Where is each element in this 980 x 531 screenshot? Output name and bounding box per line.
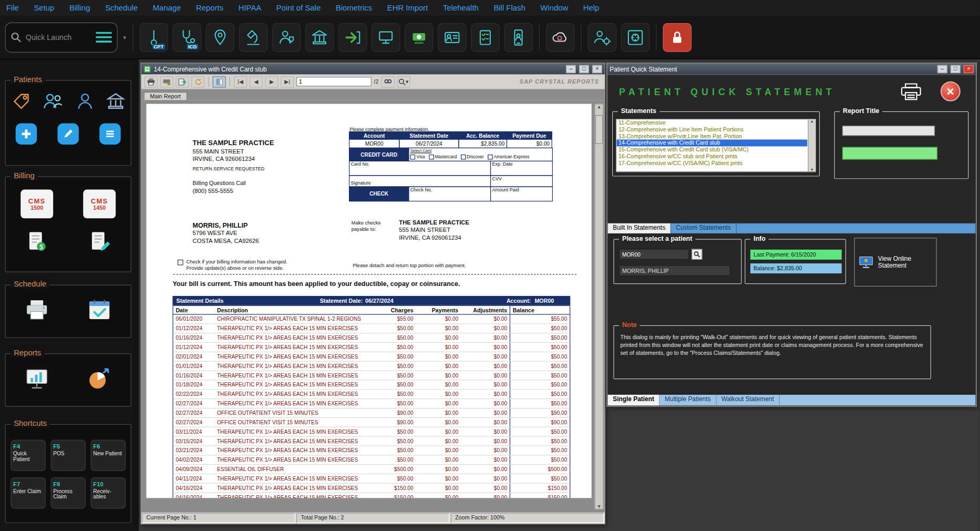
last-page-button[interactable]: ▶| [281, 76, 294, 87]
report-title-highlight-field[interactable] [842, 147, 937, 160]
next-page-button[interactable]: ▶ [265, 76, 278, 87]
statement-list-item[interactable]: 12-Comprehensive with Line Item Patient … [616, 126, 807, 133]
menu-item[interactable]: Biometrics [336, 4, 372, 13]
bank-button[interactable] [305, 23, 334, 52]
monitor-button[interactable] [371, 23, 400, 52]
pqs-titlebar[interactable]: Patient Quick Statement – □ × [607, 63, 976, 74]
price-tag-icon[interactable] [11, 91, 32, 112]
close-button[interactable]: × [964, 65, 974, 73]
statement-list-item[interactable]: 15-Comprehensive with Credit Card stub (… [616, 147, 807, 154]
view-online-statement-button[interactable]: View Online Statement [854, 238, 937, 287]
patients-icon[interactable] [41, 91, 65, 112]
cpt-codes-button[interactable]: CPT [139, 23, 168, 52]
shortcut-button[interactable]: F4 Quick Patient [11, 440, 46, 472]
minimize-button[interactable]: – [566, 65, 576, 73]
shortcut-button[interactable]: F5 POS [50, 440, 86, 472]
menu-item[interactable]: Billing [69, 4, 90, 13]
vertical-scrollbar[interactable]: ▲▼ [595, 104, 604, 509]
statement-list-item[interactable]: 11-Comprehensive [616, 119, 807, 126]
location-button[interactable] [205, 23, 234, 52]
quick-launch-box[interactable] [5, 22, 118, 52]
export-report-button[interactable] [176, 76, 189, 87]
chevron-down-icon[interactable]: ▾ [123, 34, 126, 40]
statement-source-tab[interactable]: Custom Statements [671, 223, 737, 233]
hamburger-menu-icon[interactable] [96, 30, 112, 45]
quick-launch-input[interactable] [26, 33, 92, 42]
id-card-button[interactable] [437, 23, 466, 52]
edit-patient-button[interactable] [57, 123, 78, 144]
menu-item[interactable]: Schedule [105, 4, 138, 13]
report-title-input[interactable] [842, 126, 935, 136]
shortcut-button[interactable]: F7 Enter Claim [11, 477, 46, 509]
cms-claim-button[interactable]: CMS 1450 [83, 190, 116, 219]
icd-codes-button[interactable]: ICD [172, 23, 201, 52]
menu-item[interactable]: Help [583, 4, 600, 13]
statement-mode-tab[interactable]: Walkout Statement [716, 395, 779, 405]
group-tree-toggle-button[interactable] [213, 76, 226, 87]
menu-item[interactable]: Manage [153, 4, 181, 13]
patient-code-input[interactable] [619, 249, 689, 260]
statement-list-item[interactable]: 14-Comprehensive with Credit Card stub [616, 140, 807, 147]
menu-item[interactable]: Reports [196, 4, 223, 13]
menu-item[interactable]: Telehealth [443, 4, 479, 13]
close-button[interactable]: × [592, 65, 602, 73]
maximize-button[interactable]: □ [579, 65, 589, 73]
patient-security-button[interactable] [272, 23, 301, 52]
statement-row: 03/15/2024 THERAPEUTIC PX 1/> AREAS EACH… [173, 437, 570, 446]
menu-item[interactable]: EHR Import [387, 4, 428, 13]
mobile-patient-button[interactable] [504, 23, 533, 52]
menu-item[interactable]: Window [540, 4, 568, 13]
statement-edit-icon[interactable] [87, 230, 112, 255]
statement-list-item[interactable]: 17-Comprehensive w/CC (VISA/MC) Patient … [616, 160, 807, 167]
first-page-button[interactable]: |◀ [234, 76, 247, 87]
calendar-check-icon[interactable] [86, 298, 113, 323]
menu-item[interactable]: File [6, 4, 19, 13]
report-monitor-icon[interactable] [23, 366, 50, 392]
lab-button[interactable] [239, 23, 267, 52]
practice-bank-icon[interactable] [105, 91, 126, 112]
statements-list[interactable]: 11-Comprehensive12-Comprehensive with Li… [616, 119, 816, 172]
menu-item[interactable]: Bill Flash [493, 4, 525, 13]
previous-page-button[interactable]: ◀ [250, 76, 263, 87]
shortcut-button[interactable]: F10 Receiv- ables [91, 477, 126, 509]
statement-mode-tab[interactable]: Single Patient [608, 395, 660, 405]
maximize-button[interactable]: □ [951, 65, 961, 73]
minimize-button[interactable]: – [937, 65, 947, 73]
statement-mode-tab[interactable]: Multiple Patients [660, 395, 717, 405]
export-button[interactable] [338, 23, 367, 52]
find-button[interactable] [381, 76, 394, 87]
payments-button[interactable] [404, 23, 433, 52]
add-patient-button[interactable] [16, 123, 37, 144]
menu-item[interactable]: HIPAA [239, 4, 262, 13]
print-statement-button[interactable] [899, 83, 923, 101]
patient-list-button[interactable] [99, 123, 120, 144]
print-setup-button[interactable] [160, 76, 173, 87]
page-number-input[interactable] [296, 77, 372, 86]
cms-claim-button[interactable]: CMS 1500 [20, 190, 53, 219]
print-schedule-icon[interactable] [23, 298, 50, 323]
close-dialog-button[interactable]: ✕ [941, 81, 961, 101]
user-settings-button[interactable] [587, 23, 616, 52]
statement-list-item[interactable]: 13-Comprehensive w/Prvdr,Line Item Pat. … [616, 133, 807, 140]
statement-list-item[interactable]: 16-Comprehensive w/CC stub and Patient p… [616, 154, 807, 160]
zoom-button[interactable]: ▾ [397, 76, 410, 87]
print-button[interactable] [145, 76, 158, 87]
shortcut-button[interactable]: F9 Process Claim [50, 477, 86, 509]
scrollbar-thumb[interactable] [595, 115, 603, 144]
patient-icon[interactable] [74, 91, 95, 112]
cloud-services-button[interactable] [545, 23, 574, 52]
vault-button[interactable] [621, 23, 649, 52]
shortcut-button[interactable]: F6 New Patient [91, 440, 126, 472]
refresh-button[interactable] [191, 76, 204, 87]
patient-search-button[interactable] [692, 249, 702, 260]
statement-money-icon[interactable]: $ [24, 230, 49, 255]
menu-item[interactable]: Setup [34, 4, 54, 13]
main-report-tab[interactable]: Main Report [144, 92, 187, 100]
statement-source-tab[interactable]: Built In Statements [608, 223, 671, 233]
report-window-titlebar[interactable]: 14-Comprehensive with Credit Card stub –… [141, 63, 605, 74]
checklist-button[interactable] [471, 23, 500, 52]
lock-button[interactable] [663, 23, 692, 52]
list-scrollbar[interactable]: ▲▼ [808, 119, 815, 171]
pie-chart-icon[interactable] [86, 366, 113, 392]
menu-item[interactable]: Point of Sale [276, 4, 321, 13]
